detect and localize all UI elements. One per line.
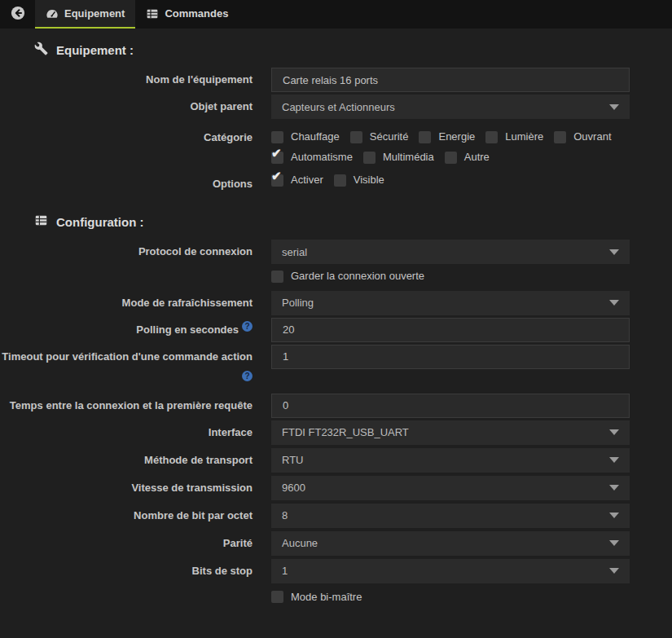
field-label: Parité [0,531,253,556]
equipment-config-page: Equipement Commandes Equipem [0,0,672,638]
chevron-down-icon [609,104,619,110]
section-title-text: Equipement : [56,43,134,57]
checkbox-chauffage[interactable]: ✔ Chauffage [271,130,340,143]
categorie-checkbox-group: ✔ Chauffage ✔ Sécurité ✔ Energie ✔ Lumiè… [271,125,630,164]
field-label: Bits de stop [0,559,253,583]
field-garder-connexion: ✔ Garder la connexion ouverte [0,264,672,291]
checkbox-box: ✔ [363,152,376,164]
options-checkbox-group: ✔ Activer ✔ Visible [271,172,630,187]
nom-equipement-input[interactable] [271,68,630,92]
checkbox-automatisme[interactable]: ✔ Automatisme [271,151,353,164]
select-value: 1 [282,565,288,577]
tab-label: Equipement [64,7,125,20]
field-protocol: Protocol de connexion serial [0,240,672,264]
checkbox-label: Activer [291,174,323,187]
polling-secondes-input[interactable] [271,318,630,342]
field-label-text: Timeout pour vérification d'une commande… [2,350,253,363]
check-icon: ✔ [271,147,282,160]
field-methode-transport: Méthode de transport RTU [0,448,672,473]
section-configuration-title: Configuration : [34,213,672,230]
th-list-icon [34,213,48,230]
chevron-down-icon [609,485,619,491]
bits-stop-select[interactable]: 1 [271,559,630,583]
checkbox-box: ✔ [271,131,283,143]
checkbox-label: Chauffage [291,130,340,143]
checkbox-label: Ouvrant [573,130,611,143]
checkbox-box: ✔ [271,271,283,283]
field-parite: Parité Aucune [0,531,672,556]
objet-parent-select[interactable]: Capteurs et Actionneurs [271,95,630,119]
tab-label: Commandes [165,7,228,20]
field-vitesse-transmission: Vitesse de transmission 9600 [0,476,672,500]
chevron-down-icon [609,457,619,463]
chevron-down-icon [609,540,619,546]
field-mode-bimaitre: ✔ Mode bi-maître [0,583,672,612]
chevron-down-icon [609,249,619,255]
checkbox-box: ✔ [271,152,283,164]
checkbox-box: ✔ [271,174,283,187]
checkbox-visible[interactable]: ✔ Visible [334,174,384,187]
tab-equipement[interactable]: Equipement [35,0,135,29]
field-label: Catégorie [0,125,253,164]
checkbox-securite[interactable]: ✔ Sécurité [350,130,409,143]
select-value: RTU [282,454,303,466]
chevron-down-icon [609,568,619,574]
field-interface: Interface FTDI FT232R_USB_UART [0,420,672,445]
checkbox-box: ✔ [334,174,346,187]
circle-arrow-left-icon [11,6,25,24]
methode-transport-select[interactable]: RTU [271,448,630,473]
parite-select[interactable]: Aucune [271,531,630,556]
field-label: Interface [0,420,253,445]
checkbox-box: ✔ [419,131,431,143]
mode-rafraichissement-select[interactable]: Polling [271,291,630,315]
interface-select[interactable]: FTDI FT232R_USB_UART [271,420,630,445]
checkbox-mode-bimaitre[interactable]: ✔ Mode bi-maître [271,591,362,604]
field-label: Méthode de transport [0,448,253,473]
checkbox-box: ✔ [271,591,283,603]
field-label: Polling en secondes? [0,318,253,342]
field-polling-secondes: Polling en secondes? [0,318,672,342]
wrench-icon [34,42,48,58]
field-label-text: Polling en secondes [136,323,239,336]
vitesse-transmission-select[interactable]: 9600 [271,476,630,500]
protocol-select[interactable]: serial [271,240,630,264]
field-objet-parent: Objet parent Capteurs et Actionneurs [0,95,672,119]
bits-par-octet-select[interactable]: 8 [271,504,630,528]
checkbox-box: ✔ [554,131,566,143]
field-label: Nombre de bit par octet [0,504,253,528]
checkbox-energie[interactable]: ✔ Energie [419,130,475,143]
checkbox-label: Automatisme [291,151,353,164]
top-tab-bar: Equipement Commandes [0,0,672,29]
checkbox-label: Multimédia [383,151,434,164]
select-value: 9600 [282,482,305,494]
help-icon[interactable]: ? [242,321,253,332]
select-value: Aucune [282,537,318,549]
checkbox-label: Visible [354,174,384,187]
checkbox-label: Mode bi-maître [291,591,362,604]
checkbox-ouvrant[interactable]: ✔ Ouvrant [554,130,611,143]
field-label: Vitesse de transmission [0,476,253,500]
timeout-commande-input[interactable] [271,345,630,369]
checkbox-multimedia[interactable]: ✔ Multimédia [363,151,434,164]
checkbox-autre[interactable]: ✔ Autre [445,151,490,164]
checkbox-garder-connexion[interactable]: ✔ Garder la connexion ouverte [271,270,424,283]
help-icon[interactable]: ? [242,371,253,381]
field-mode-rafraichissement: Mode de rafraîchissement Polling [0,291,672,315]
back-button[interactable] [0,0,35,29]
tab-commandes[interactable]: Commandes [135,0,239,29]
checkbox-label: Garder la connexion ouverte [291,270,424,283]
field-label: Timeout pour vérification d'une commande… [0,345,253,391]
th-list-icon [146,7,159,20]
checkbox-activer[interactable]: ✔ Activer [271,174,323,187]
chevron-down-icon [609,429,619,435]
field-label: Protocol de connexion [0,240,253,264]
checkbox-lumiere[interactable]: ✔ Lumière [485,130,543,143]
field-nom-equipement: Nom de l'équipement [0,68,672,92]
field-label: Options [0,172,253,196]
select-value: 8 [282,509,288,521]
checkbox-label: Autre [464,151,490,164]
field-label: Mode de rafraîchissement [0,291,253,315]
field-label: Nom de l'équipement [0,68,253,92]
checkbox-box: ✔ [485,131,498,143]
temps-connexion-input[interactable] [271,394,630,418]
